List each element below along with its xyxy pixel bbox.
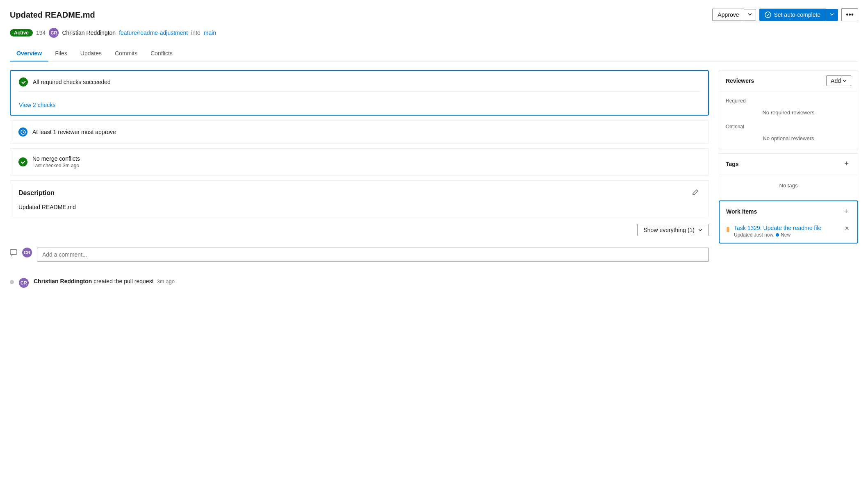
source-branch-link[interactable]: feature/readme-adjustment (119, 30, 188, 36)
show-everything-button[interactable]: Show everything (1) (637, 224, 709, 236)
work-item-icon: ▮ (726, 225, 730, 233)
tab-files[interactable]: Files (48, 46, 74, 61)
timeline-avatar: CR (19, 278, 29, 288)
add-reviewer-button[interactable]: Add (826, 75, 851, 86)
timeline-text: Christian Reddington created the pull re… (34, 278, 154, 284)
tags-section: Tags + No tags (719, 153, 858, 197)
timeline-action: created the pull request (93, 278, 153, 284)
timeline: CR Christian Reddington created the pull… (10, 273, 709, 293)
no-conflict-card: No merge conflicts Last checked 3m ago (10, 148, 709, 175)
checks-card: All required checks succeeded View 2 che… (10, 70, 709, 116)
autocomplete-icon (765, 11, 771, 18)
description-body: Updated README.md (18, 204, 700, 210)
work-item: ▮ Task 1329: Update the readme file Upda… (720, 221, 857, 243)
page-title: Updated README.md (10, 10, 95, 20)
approve-button[interactable]: Approve (712, 9, 744, 21)
no-conflict-icon (18, 157, 27, 166)
comment-icon (10, 249, 17, 257)
work-items-title: Work items (726, 208, 757, 215)
no-conflict-item: No merge conflicts Last checked 3m ago (18, 155, 700, 168)
more-options-button[interactable]: ••• (841, 8, 858, 21)
chevron-down-icon-3 (698, 228, 703, 232)
description-card: Description Updated README.md (10, 180, 709, 217)
no-conflict-label: No merge conflicts (32, 155, 80, 162)
status-dot (776, 233, 779, 237)
work-item-status-label: New (781, 232, 791, 238)
avatar: CR (49, 28, 59, 38)
into-text: into (191, 30, 200, 36)
chevron-down-icon-4 (843, 79, 847, 83)
check-success-icon (19, 77, 28, 86)
reviewer-card: At least 1 reviewer must approve (10, 121, 709, 143)
chevron-down-icon (747, 12, 752, 17)
sidebar: Reviewers Add Required No required revie… (719, 70, 858, 293)
tab-overview[interactable]: Overview (10, 46, 48, 61)
reviewers-title: Reviewers (726, 77, 754, 84)
add-tag-button[interactable]: + (842, 159, 851, 169)
edit-description-button[interactable] (690, 187, 700, 199)
optional-label: Optional (726, 124, 851, 130)
comment-avatar: CR (22, 248, 32, 257)
chevron-down-icon-2 (829, 12, 834, 17)
check-success-label: All required checks succeeded (33, 79, 111, 85)
set-autocomplete-button[interactable]: Set auto-complete (759, 9, 826, 21)
view-checks-link[interactable]: View 2 checks (19, 102, 55, 108)
timeline-dot (10, 280, 14, 284)
tab-conflicts[interactable]: Conflicts (144, 46, 179, 61)
comment-area: CR (10, 241, 709, 268)
reviewers-section: Reviewers Add Required No required revie… (719, 70, 858, 150)
author-name: Christian Reddington (62, 30, 116, 36)
clock-icon (18, 127, 27, 137)
work-item-name[interactable]: Task 1329: Update the readme file (734, 225, 821, 231)
work-item-updated: Updated Just now, (734, 232, 775, 238)
check-success-item: All required checks succeeded (19, 77, 700, 86)
reviewer-required-label: At least 1 reviewer must approve (32, 129, 116, 135)
svg-rect-2 (10, 250, 17, 255)
target-branch-link[interactable]: main (204, 30, 216, 36)
timeline-item: CR Christian Reddington created the pull… (10, 273, 709, 293)
approve-dropdown-button[interactable] (744, 9, 756, 21)
required-label: Required (726, 98, 851, 104)
no-optional-reviewers: No optional reviewers (726, 132, 851, 145)
work-item-meta: Updated Just now, New (734, 232, 821, 238)
tags-title: Tags (726, 161, 739, 167)
tab-updates[interactable]: Updates (74, 46, 108, 61)
description-title: Description (18, 189, 55, 197)
pr-id: 194 (36, 30, 46, 36)
no-conflict-sub: Last checked 3m ago (32, 163, 80, 168)
tab-commits[interactable]: Commits (108, 46, 144, 61)
status-badge: Active (10, 29, 33, 36)
timeline-time: 3m ago (157, 278, 175, 284)
work-items-list: ▮ Task 1329: Update the readme file Upda… (720, 221, 857, 243)
tabs-nav: Overview Files Updates Commits Conflicts (10, 46, 858, 62)
autocomplete-dropdown-button[interactable] (826, 9, 838, 21)
reviewer-check-item: At least 1 reviewer must approve (18, 127, 700, 137)
comment-input[interactable] (37, 248, 709, 262)
work-item-status: New (776, 232, 791, 238)
remove-work-item-button[interactable]: × (843, 225, 851, 232)
add-work-item-button[interactable]: + (841, 206, 851, 216)
work-items-section: Work items + ▮ Task 1329: Update the rea… (719, 200, 858, 244)
no-required-reviewers: No required reviewers (726, 106, 851, 119)
no-tags: No tags (726, 179, 851, 192)
timeline-author: Christian Reddington (34, 278, 92, 284)
